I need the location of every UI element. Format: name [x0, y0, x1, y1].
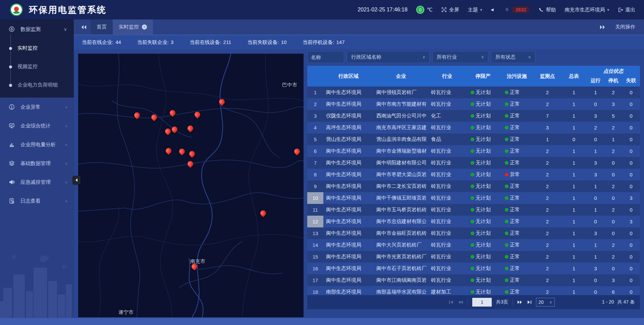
facility-status-cell: 正常 [500, 230, 534, 236]
table-row[interactable]: 12阆中生态环境局阆中市忠信建材有限公砖瓦行业无计划正常21003 [307, 216, 640, 227]
lost-count-cell: 3 [622, 219, 640, 224]
table-row[interactable]: 1阆中生态环境局阆中强锐页岩砖厂砖瓦行业无计划正常21120 [307, 87, 640, 98]
map-city-label-巴中市: 巴中市 [282, 82, 297, 88]
stop-count-cell: 0 [604, 219, 622, 224]
last-page-button[interactable] [527, 300, 532, 304]
stop-count-cell: 5 [604, 113, 622, 119]
status-dot-icon [471, 208, 474, 212]
sound-button[interactable] [491, 7, 496, 12]
stats-bar: 当前在线企业:44当前失联企业:3当前在线设备:211当前失联设备:10当前停机… [74, 35, 644, 49]
tab-实时监控[interactable]: 实时监控× [113, 19, 153, 35]
industry-cell: 砖瓦行业 [428, 254, 466, 260]
board-icon [9, 123, 16, 129]
table-row[interactable]: 17阆中生态环境局阆中市江南镇阆南页岩砖瓦行业无计划正常21030 [307, 274, 640, 286]
sidebar-subitem-视频监控[interactable]: 视频监控 [0, 57, 74, 76]
lost-count-cell: 0 [622, 207, 640, 213]
sidebar-subitem-实时监控[interactable]: 实时监控 [0, 39, 74, 57]
sidebar-item-企业综合统计[interactable]: 企业综合统计‹ [0, 116, 74, 135]
row-index-cell: 2 [307, 98, 323, 110]
facility-status-label: 正常 [510, 254, 520, 260]
tabs-scroll-left-button[interactable] [77, 19, 91, 35]
table-body: 1阆中生态环境局阆中强锐页岩砖厂砖瓦行业无计划正常211202阆中生态环境局阆中… [307, 87, 640, 295]
company-cell: 南部县瑞华水泥有限公 [374, 289, 428, 295]
table-row[interactable]: 7阆中生态环境局阆中明阳建材有限公司砖瓦行业无计划正常21300 [307, 157, 640, 169]
table-row[interactable]: 14阆中生态环境局阆中大兴页岩机砖厂砖瓦行业无计划正常21120 [307, 239, 640, 251]
logout-button[interactable]: 退出 [618, 7, 635, 13]
sidebar-group-数据监测: 数据监测∨实时监控视频监控企业电力负荷明细 [0, 19, 74, 98]
status-dot-icon [471, 173, 474, 176]
org-dropdown[interactable]: 南充市生态环境局 ▾ [565, 7, 609, 13]
monitor-count-cell: 2 [534, 266, 561, 271]
lost-count-cell: 0 [622, 242, 640, 248]
plan-status-cell: 无计划 [466, 277, 500, 283]
monitor-count-cell: 2 [534, 90, 561, 95]
temperature-unit: ℃ [427, 7, 433, 13]
close-operations-button[interactable]: 关闭操作 [615, 24, 635, 30]
table-row[interactable]: 4高坪生态环境局南充市高坪区王家店建砖瓦行业无计划正常31220 [307, 122, 640, 133]
fullscreen-button[interactable]: 全屏 [441, 7, 459, 13]
industry-filter-select[interactable]: 所有行业 ∨ [432, 51, 488, 63]
status-dot-icon [471, 91, 474, 94]
sidebar-item-企业用电量分析[interactable]: 企业用电量分析‹ [0, 135, 74, 154]
page-size-select[interactable]: 20 ∨ [536, 298, 555, 307]
monitor-count-cell: 2 [534, 183, 561, 189]
map-panel[interactable]: 巴中市南充市遂宁市 [78, 54, 304, 317]
tab-首页[interactable]: 首页 [91, 19, 113, 35]
table-row[interactable]: 10阆中生态环境局阆中千佛镇五郎垭页岩砖瓦行业无计划正常21003 [307, 192, 640, 204]
region-filter-select[interactable]: 行政区域名称 ∨ [347, 51, 430, 63]
prev-page-button[interactable] [458, 300, 463, 304]
table-row[interactable]: 9阆中生态环境局阆中市二龙长宝页岩砖砖瓦行业无计划正常21120 [307, 180, 640, 192]
table-row[interactable]: 11阆中生态环境局阆中市五马桥页岩机砖砖瓦行业无计划正常21120 [307, 204, 640, 216]
double-chevron-right-icon[interactable] [600, 25, 605, 29]
sidebar-subitem-企业电力负荷明细[interactable]: 企业电力负荷明细 [0, 76, 74, 94]
status-dot-icon [505, 126, 508, 129]
table-row[interactable]: 5营山生态环境局营山县润丰肉食品有限食品无计划正常10010 [307, 133, 640, 145]
region-cell: 阆中生态环境局 [323, 89, 374, 96]
total-meter-cell: 1 [561, 277, 587, 283]
company-cell: 阆中强锐页岩砖厂 [374, 89, 428, 96]
run-count-cell: 0 [587, 101, 604, 107]
industry-cell: 砖瓦行业 [428, 101, 466, 107]
page-number-input[interactable] [472, 298, 492, 307]
sidebar: 数据监测∨实时监控视频监控企业电力负荷明细企业异常‹企业综合统计‹企业用电量分析… [0, 19, 74, 318]
monitor-icon [9, 26, 16, 32]
facility-status-label: 正常 [510, 113, 520, 119]
sidebar-item-企业异常[interactable]: 企业异常‹ [0, 98, 74, 116]
table-row[interactable]: 8阆中生态环境局阆中市枣碧大梁山页岩砖瓦行业无计划异常21300 [307, 169, 640, 180]
run-count-cell: 0 [587, 195, 604, 201]
row-index-cell: 6 [307, 145, 323, 157]
map-collapse-handle[interactable] [72, 176, 80, 184]
help-button[interactable]: 帮助 [538, 7, 556, 13]
status-filter-select[interactable]: 所有状态 ∨ [491, 51, 535, 63]
plan-status-cell: 无计划 [466, 136, 500, 143]
table-row[interactable]: 18南部生态环境局南部县瑞华水泥有限公建材加工无计划正常21060 [307, 286, 640, 295]
sidebar-item-日志查看[interactable]: 日志查看‹ [0, 192, 74, 210]
sidebar-item-数据监测[interactable]: 数据监测∨ [0, 19, 74, 39]
column-header-plan: 停限产 [466, 66, 500, 87]
table-row[interactable]: 15阆中生态环境局阆中市光富页岩机砖厂砖瓦行业无计划正常21120 [307, 251, 640, 263]
name-filter-input[interactable] [307, 51, 344, 63]
theme-dropdown[interactable]: 主题 ▾ [468, 7, 482, 13]
table-row[interactable]: 6阆中生态环境局阆中市金博瑞新型墙材砖瓦行业无计划正常21120 [307, 145, 640, 157]
row-index-cell: 12 [307, 216, 323, 227]
company-cell: 阆中市枣碧大梁山页岩 [374, 171, 428, 178]
plan-status-cell: 无计划 [466, 265, 500, 272]
next-page-button[interactable] [517, 300, 523, 304]
table-row[interactable]: 2阆中生态环境局阆中市南方节能建材有砖瓦行业无计划正常21030 [307, 98, 640, 110]
plan-status-label: 无计划 [476, 265, 491, 272]
first-page-button[interactable] [449, 300, 453, 304]
plan-status-cell: 无计划 [466, 171, 500, 178]
table-row[interactable]: 3仪陇生态环境局西南油气田分公司川中化工无计划正常71350 [307, 110, 640, 122]
facility-status-cell: 正常 [500, 89, 534, 96]
notifications[interactable]: 2632 [504, 6, 530, 13]
stat-item: 当前在线企业:44 [82, 39, 121, 46]
sidebar-item-应急减排管理[interactable]: 应急减排管理‹ [0, 173, 74, 192]
chevron-down-icon: ∨ [528, 55, 531, 59]
sidebar-item-基础数据管理[interactable]: 基础数据管理‹ [0, 154, 74, 173]
status-dot-icon [471, 102, 474, 106]
next-page-icon [517, 300, 523, 304]
tab-close-icon[interactable]: × [142, 24, 147, 30]
table-row[interactable]: 16阆中生态环境局阆中市石子页岩机砖厂砖瓦行业无计划正常21300 [307, 263, 640, 274]
map-city-label-南充市: 南充市 [190, 258, 205, 265]
table-row[interactable]: 13阆中生态环境局阆中市金福旺页岩机砖砖瓦行业无计划正常21300 [307, 227, 640, 239]
